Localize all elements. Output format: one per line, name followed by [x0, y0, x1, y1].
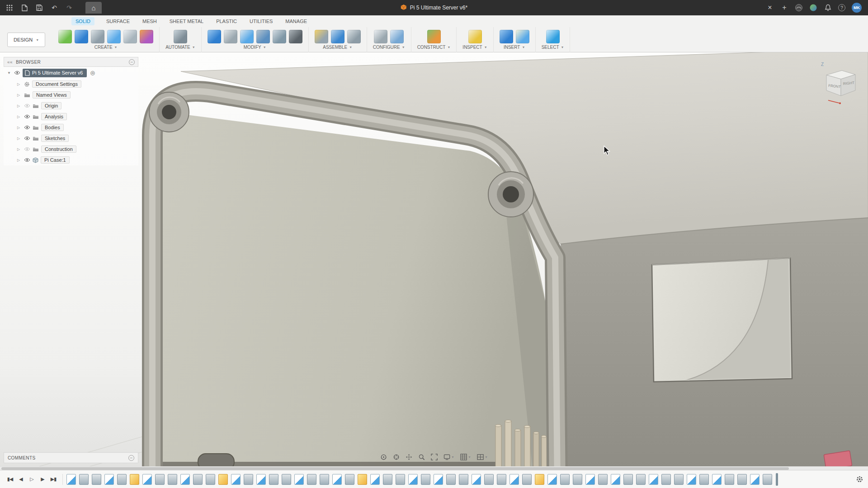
tab-sheet-metal[interactable]: SHEET METAL: [169, 17, 204, 25]
display-settings-icon[interactable]: ▼: [443, 454, 454, 460]
timeline-feature-feature-icon[interactable]: [244, 474, 253, 485]
timeline-feature-feature-icon[interactable]: [345, 474, 354, 485]
timeline-feature-feature-icon[interactable]: [92, 474, 101, 485]
visibility-open-icon[interactable]: [24, 125, 30, 130]
timeline-feature-feature-icon[interactable]: [117, 474, 127, 485]
tab-plastic[interactable]: PLASTIC: [215, 17, 238, 25]
visibility-closed-icon[interactable]: [24, 147, 30, 151]
browser-item-bodies[interactable]: ▷Bodies: [4, 122, 138, 133]
timeline-feature-feature-icon[interactable]: [484, 474, 494, 485]
timeline-feature-gold-icon[interactable]: [358, 474, 367, 485]
tab-utilities[interactable]: UTILITIES: [249, 17, 274, 25]
home-tab-icon[interactable]: ⌂: [85, 2, 102, 14]
timeline-feature-sketch-icon[interactable]: [66, 474, 76, 485]
timeline-play-button[interactable]: ▷: [26, 476, 37, 482]
group-label-construct[interactable]: CONSTRUCT▼: [417, 45, 451, 50]
timeline-feature-feature-icon[interactable]: [522, 474, 532, 485]
expand-arrow-icon[interactable]: ▷: [17, 158, 22, 162]
timeline-feature-feature-icon[interactable]: [573, 474, 582, 485]
rigid-group-icon[interactable]: [347, 30, 361, 43]
timeline-feature-sketch-icon[interactable]: [585, 474, 595, 485]
timeline-feature-feature-icon[interactable]: [269, 474, 278, 485]
timeline-feature-feature-icon[interactable]: [598, 474, 608, 485]
timeline-feature-feature-icon[interactable]: [674, 474, 684, 485]
group-label-select[interactable]: SELECT▼: [542, 45, 564, 50]
help-icon[interactable]: ?: [838, 4, 845, 11]
save-icon[interactable]: [35, 4, 43, 12]
expand-arrow-icon[interactable]: ▷: [17, 82, 22, 86]
horizontal-scrollbar[interactable]: [0, 466, 868, 470]
presence-icon[interactable]: [795, 4, 803, 12]
timeline-feature-feature-icon[interactable]: [79, 474, 89, 485]
timeline-feature-sketch-icon[interactable]: [104, 474, 114, 485]
visibility-closed-icon[interactable]: [24, 103, 30, 108]
timeline-feature-feature-icon[interactable]: [193, 474, 203, 485]
app-grid-icon[interactable]: [5, 4, 14, 12]
visibility-open-icon[interactable]: [24, 158, 30, 162]
timeline-feature-sketch-icon[interactable]: [472, 474, 481, 485]
insert-derive-icon[interactable]: [500, 30, 513, 43]
timeline-skip-to-start-button[interactable]: ▮◀: [5, 476, 15, 482]
timeline-feature-feature-icon[interactable]: [446, 474, 456, 485]
group-label-inspect[interactable]: INSPECT▼: [462, 45, 487, 50]
group-label-automate[interactable]: AUTOMATE▼: [165, 45, 195, 50]
timeline-feature-feature-icon[interactable]: [560, 474, 570, 485]
expand-arrow-icon[interactable]: ▷: [17, 104, 22, 108]
browser-item-named-views[interactable]: ▷Named Views: [4, 89, 138, 100]
group-label-modify[interactable]: MODIFY▼: [244, 45, 266, 50]
timeline-feature-sketch-icon[interactable]: [687, 474, 696, 485]
browser-item-origin[interactable]: ▷Origin: [4, 100, 138, 111]
expand-arrow-icon[interactable]: ▷: [17, 93, 22, 97]
combine-icon[interactable]: [256, 30, 270, 43]
timeline-feature-sketch-icon[interactable]: [611, 474, 620, 485]
browser-item-sketches[interactable]: ▷Sketches: [4, 133, 138, 144]
timeline-position-marker[interactable]: [776, 473, 778, 486]
fit-icon[interactable]: [431, 454, 438, 460]
timeline-feature-sketch-icon[interactable]: [256, 474, 266, 485]
close-tab-icon[interactable]: ×: [766, 4, 774, 12]
visibility-open-icon[interactable]: [14, 70, 20, 75]
timeline-feature-gold-icon[interactable]: [130, 474, 139, 485]
timeline-feature-feature-icon[interactable]: [396, 474, 405, 485]
new-file-icon[interactable]: [20, 4, 28, 12]
timeline-feature-sketch-icon[interactable]: [294, 474, 304, 485]
timeline-feature-feature-icon[interactable]: [497, 474, 506, 485]
timeline-feature-sketch-icon[interactable]: [142, 474, 152, 485]
select-icon[interactable]: [546, 30, 560, 43]
move-copy-icon[interactable]: [289, 30, 302, 43]
timeline-feature-feature-icon[interactable]: [763, 474, 772, 485]
insert-image-icon[interactable]: [516, 30, 529, 43]
new-component-icon[interactable]: [315, 30, 328, 43]
form-icon[interactable]: [107, 30, 121, 43]
timeline-feature-sketch-icon[interactable]: [332, 474, 342, 485]
collapse-browser-icon[interactable]: ««: [7, 60, 13, 65]
timeline-skip-to-end-button[interactable]: ▶▮: [48, 476, 59, 482]
zoom-icon[interactable]: [418, 454, 425, 460]
pattern-icon[interactable]: [123, 30, 137, 43]
user-avatar[interactable]: MK: [852, 3, 862, 13]
timeline-feature-feature-icon[interactable]: [320, 474, 329, 485]
comments-panel[interactable]: COMMENTS –: [4, 452, 138, 463]
redo-icon[interactable]: ↷: [65, 4, 73, 12]
shell-icon[interactable]: [240, 30, 254, 43]
tab-surface[interactable]: SURFACE: [105, 17, 131, 25]
tab-solid[interactable]: SOLID: [71, 17, 94, 25]
timeline-feature-feature-icon[interactable]: [421, 474, 430, 485]
timeline-feature-feature-icon[interactable]: [168, 474, 177, 485]
profile-globe-icon[interactable]: [809, 4, 817, 12]
expand-arrow-icon[interactable]: ▷: [17, 136, 22, 141]
expand-arrow-icon[interactable]: ▷: [17, 147, 22, 151]
timeline-feature-feature-icon[interactable]: [206, 474, 215, 485]
browser-item-construction[interactable]: ▷Construction: [4, 144, 138, 155]
automate-icon[interactable]: [174, 30, 187, 43]
timeline-feature-feature-icon[interactable]: [282, 474, 291, 485]
timeline-feature-sketch-icon[interactable]: [712, 474, 722, 485]
timeline-step-forward-button[interactable]: ▶: [37, 476, 48, 482]
cylinder-icon[interactable]: [91, 30, 104, 43]
look-at-icon[interactable]: [393, 454, 400, 460]
coil-icon[interactable]: [140, 30, 153, 43]
group-label-create[interactable]: CREATE▼: [94, 45, 118, 50]
timeline-feature-feature-icon[interactable]: [737, 474, 747, 485]
timeline-feature-sketch-icon[interactable]: [180, 474, 190, 485]
grid-display-icon[interactable]: ▼: [460, 454, 471, 460]
